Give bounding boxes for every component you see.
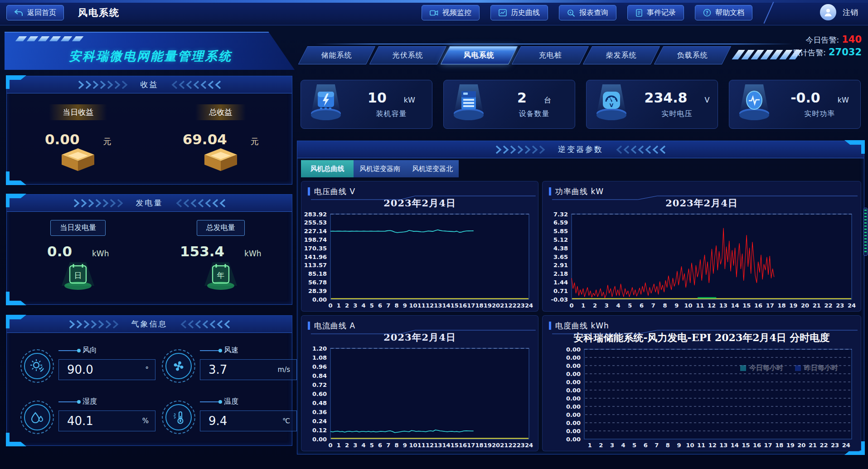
svg-text:13: 13	[434, 442, 442, 449]
svg-text:21: 21	[809, 442, 817, 449]
svg-text:0.00: 0.00	[566, 395, 581, 402]
svg-text:11: 11	[697, 442, 705, 449]
svg-text:6: 6	[640, 302, 644, 309]
svg-text:20: 20	[492, 442, 500, 449]
tab-load-system[interactable]: 负载系统	[654, 46, 731, 64]
svg-text:5: 5	[370, 442, 374, 449]
realtime-power-icon	[743, 89, 766, 112]
svg-text:23: 23	[517, 442, 525, 449]
tab-pv-system[interactable]: 光伏系统	[369, 46, 446, 64]
tab-diesel-system[interactable]: 柴发系统	[583, 46, 660, 64]
tab-storage-system[interactable]: 储能系统	[298, 46, 375, 64]
humidity-value-box: 40.1%	[58, 410, 155, 431]
svg-text:170.35: 170.35	[304, 245, 327, 252]
system-tabs: 储能系统 光伏系统 风电系统 充电桩 柴发系统 负载系统	[303, 46, 727, 64]
realtime-power-label: 实时功率	[805, 109, 835, 119]
svg-text:1: 1	[337, 442, 341, 449]
wind-power-dashboard: 返回首页 风电系统 视频监控 历史曲线 报表查询 事件记录 ? 帮助文档	[0, 0, 868, 469]
svg-text:0.00: 0.00	[566, 347, 581, 353]
subtab-inverter-north[interactable]: 风机逆变器北	[406, 160, 459, 177]
event-log-button[interactable]: 事件记录	[627, 5, 684, 20]
svg-text:24: 24	[848, 302, 856, 309]
tab-wind-system[interactable]: 风电系统	[441, 46, 518, 64]
realtime-power-value: -0.0	[790, 90, 820, 106]
svg-text:5: 5	[628, 302, 632, 309]
svg-text:19: 19	[484, 442, 492, 449]
realtime-voltage-card: V 234.8V 实时电压	[586, 80, 718, 129]
svg-text:198.74: 198.74	[304, 236, 327, 243]
svg-text:85.18: 85.18	[308, 270, 327, 277]
svg-text:17: 17	[467, 302, 475, 309]
svg-text:8: 8	[394, 442, 398, 449]
svg-text:1.20: 1.20	[312, 346, 327, 352]
charts-grid: 电压曲线 V 2023年2月4日 283.92255.53227.14198.7…	[301, 181, 861, 451]
alarm-counters: 今日告警:140 累计告警:27032	[792, 34, 862, 59]
svg-text:141.96: 141.96	[304, 254, 327, 260]
svg-text:10: 10	[684, 302, 692, 309]
svg-text:15: 15	[742, 302, 751, 309]
report-query-button[interactable]: 报表查询	[559, 5, 616, 20]
daily-revenue-value: 0.00	[45, 131, 80, 147]
svg-text:18: 18	[475, 302, 483, 309]
svg-text:13: 13	[719, 302, 727, 309]
brand-slashes-decor	[17, 36, 85, 41]
realtime-voltage-icon: V	[600, 89, 623, 112]
svg-text:19: 19	[789, 302, 797, 309]
right-scrollbar[interactable]	[863, 208, 868, 256]
realtime-voltage-label: 实时电压	[662, 109, 693, 119]
svg-text:0: 0	[328, 302, 332, 309]
svg-text:7: 7	[386, 442, 390, 449]
svg-text:2.91: 2.91	[553, 262, 568, 269]
svg-text:16: 16	[753, 442, 761, 449]
inverter-panel: 逆变器参数 风机总曲线 风机逆变器南 风机逆变器北 电压曲线 V 2023年2月…	[297, 141, 864, 454]
svg-text:1.08: 1.08	[312, 354, 327, 361]
voltage-chart-plot: 283.92255.53227.14198.74170.35141.96113.…	[301, 211, 535, 310]
help-doc-icon: ?	[703, 9, 711, 17]
video-monitor-button[interactable]: 视频监控	[422, 5, 480, 20]
back-home-button[interactable]: 返回首页	[6, 5, 64, 20]
svg-text:11: 11	[417, 302, 426, 309]
chevrons-left-icon	[177, 320, 230, 328]
chevrons-right-icon	[495, 146, 549, 154]
current-chart-card: 电流曲线 A 2023年2月4日 1.201.080.960.840.720.6…	[301, 315, 538, 451]
svg-text:2.18: 2.18	[553, 270, 568, 277]
svg-text:18: 18	[775, 442, 783, 449]
svg-text:9: 9	[677, 442, 681, 449]
svg-text:16: 16	[459, 302, 467, 309]
svg-text:56.78: 56.78	[308, 279, 327, 286]
energy-chart-heading: 安科瑞储能系统-风力发电-EPI 2023年2月4日 分时电度	[543, 331, 861, 346]
logout-button[interactable]: 注销	[843, 7, 858, 18]
top-navbar: 返回首页 风电系统 视频监控 历史曲线 报表查询 事件记录 ? 帮助文档	[0, 0, 868, 25]
user-avatar[interactable]	[820, 4, 836, 20]
inverter-subtabs: 风机总曲线 风机逆变器南 风机逆变器北	[301, 160, 459, 177]
svg-text:10: 10	[409, 302, 417, 309]
svg-text:6: 6	[378, 442, 382, 449]
svg-text:28.39: 28.39	[308, 288, 327, 294]
svg-text:14: 14	[442, 442, 450, 449]
svg-text:3: 3	[353, 442, 357, 449]
svg-text:0.00: 0.00	[566, 387, 581, 394]
tab-charging-pile[interactable]: 充电桩	[512, 46, 589, 64]
svg-text:19: 19	[484, 302, 492, 309]
svg-text:14: 14	[731, 302, 739, 309]
energy-chart-plot: 今日每小时 昨日每小时 0.000.000.000.000.000.000.00…	[543, 347, 858, 450]
svg-text:4.38: 4.38	[553, 245, 568, 252]
chevrons-right-icon	[73, 199, 127, 207]
svg-text:0.00: 0.00	[566, 428, 581, 435]
history-curve-button[interactable]: 历史曲线	[490, 5, 548, 20]
svg-text:0.00: 0.00	[566, 371, 581, 377]
svg-text:14: 14	[731, 442, 739, 449]
svg-text:0.12: 0.12	[312, 427, 327, 434]
generation-panel-title: 发电量	[136, 198, 163, 208]
temperature-value-box: 9.4℃	[200, 410, 297, 431]
subtab-inverter-south[interactable]: 风机逆变器南	[354, 160, 406, 177]
subtab-total-curve[interactable]: 风机总曲线	[301, 160, 354, 177]
total-alarm: 累计告警:27032	[792, 46, 862, 59]
installed-capacity-label: 装机容量	[376, 109, 407, 119]
help-doc-button[interactable]: ? 帮助文档	[695, 5, 752, 20]
svg-text:24: 24	[525, 302, 533, 309]
chevrons-left-icon	[168, 81, 221, 89]
svg-text:22: 22	[824, 302, 832, 309]
svg-text:2: 2	[345, 442, 349, 449]
inverter-panel-title: 逆变器参数	[558, 144, 603, 155]
